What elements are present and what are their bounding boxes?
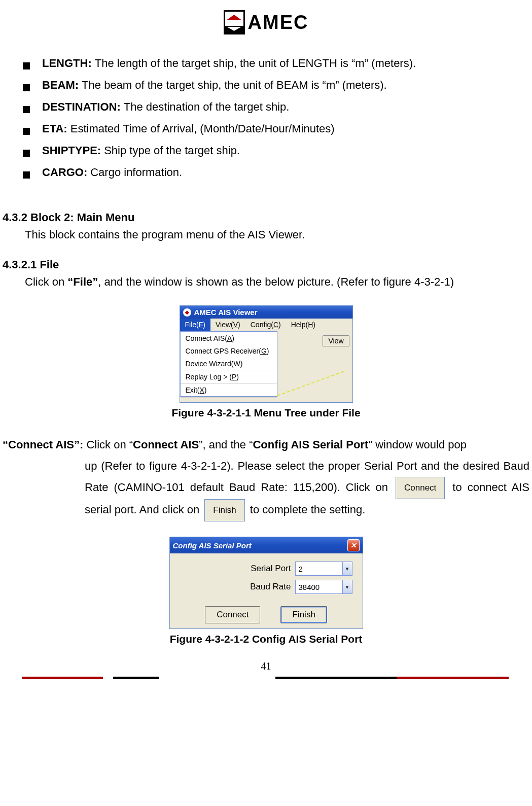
inline-finish-button[interactable]: Finish (204, 499, 244, 521)
menu-item-exit[interactable]: Exit(X) (181, 383, 277, 396)
bullet-label: ETA: (42, 122, 67, 135)
bullet-square-icon (23, 84, 30, 91)
bullet-item: ETA:Estimated Time of Arrival, (Month/Da… (23, 120, 529, 137)
text-fragment: Click on (25, 275, 67, 288)
heading-4-3-2: 4.3.2 Block 2: Main Menu (3, 211, 529, 224)
window-ais-viewer: ◆ AMEC AIS Viewer File(F) View(V) Config… (180, 305, 353, 403)
app-icon: ◆ (183, 308, 191, 317)
text-fragment: Click on “ (86, 438, 133, 451)
serial-port-row: Serial Port ▼ (170, 558, 363, 577)
titlebar: ◆ AMEC AIS Viewer (180, 306, 352, 319)
button-row: Connect Finish (170, 606, 363, 623)
bullet-square-icon (23, 150, 30, 157)
bullet-label: BEAM: (42, 79, 79, 91)
logo-header: AMEC (3, 10, 529, 34)
footer-bar-red (22, 677, 103, 679)
footer-decoration (3, 674, 529, 679)
bullet-square-icon (23, 171, 30, 179)
bullet-text: Estimated Time of Arrival, (Month/Date/H… (70, 122, 335, 135)
page: AMEC LENGTH:The length of the target shi… (0, 0, 532, 679)
window-content: View (277, 331, 352, 402)
titlebar-text: AMEC AIS Viewer (194, 308, 258, 317)
bullet-text: The length of the target ship, the unit … (95, 57, 416, 69)
bullet-text: Ship type of the target ship. (104, 144, 240, 157)
window-body: Connect AIS(A) Connect GPS Receiver(G) D… (180, 331, 352, 402)
bullet-item: CARGO:Cargo information. (23, 164, 529, 181)
chevron-down-icon[interactable]: ▼ (342, 580, 352, 593)
body-4-3-2: This block contains the program menu of … (25, 226, 529, 243)
page-number: 41 (3, 660, 529, 672)
menu-item-device-wizard[interactable]: Device Wizard(W) (181, 357, 277, 370)
menu-item-replay-log[interactable]: Replay Log > (P) (181, 370, 277, 383)
bullet-item: SHIPTYPE:Ship type of the target ship. (23, 142, 529, 159)
menu-file[interactable]: File(F) (180, 319, 210, 331)
logo-text: AMEC (248, 12, 309, 33)
bullet-text: The beam of the target ship, the unit of… (82, 79, 387, 91)
footer-bar-red (397, 677, 509, 679)
body-4-3-2-1: Click on “File”, and the window is shown… (25, 273, 529, 290)
inline-connect-button[interactable]: Connect (396, 477, 445, 499)
bullet-square-icon (23, 106, 30, 113)
bullet-square-icon (23, 128, 30, 135)
text-bold: Config AIS Serial Port (253, 438, 368, 451)
text-fragment: , and the window is shown as the below p… (98, 275, 454, 288)
menu-item-connect-gps[interactable]: Connect GPS Receiver(G) (181, 344, 277, 357)
view-button[interactable]: View (323, 335, 349, 346)
baud-rate-combobox[interactable]: ▼ (295, 580, 352, 594)
footer-bar-black (275, 677, 397, 679)
bullet-text: The destination of the target ship. (124, 100, 290, 113)
bullet-label: CARGO: (42, 166, 87, 179)
menu-view[interactable]: View(V) (210, 319, 245, 331)
figure-1-caption: Figure 4-3-2-1-1 Menu Tree under File (3, 407, 529, 419)
figure-1-wrap: ◆ AMEC AIS Viewer File(F) View(V) Config… (3, 305, 529, 403)
footer-bar-black (113, 677, 159, 679)
figure-2-wrap: Config AIS Serial Port ✕ Serial Port ▼ B… (3, 537, 529, 629)
serial-port-label: Serial Port (251, 564, 291, 574)
menu-help[interactable]: Help(H) (286, 319, 321, 331)
serial-port-input[interactable] (296, 565, 342, 573)
connect-ais-paragraph: “Connect AIS”: Click on “Connect AIS”, a… (3, 434, 529, 521)
titlebar-text: Config AIS Serial Port (173, 541, 252, 550)
bullet-list: LENGTH:The length of the target ship, th… (23, 55, 529, 181)
connect-button[interactable]: Connect (205, 606, 260, 623)
text-bold: “File” (67, 275, 98, 288)
logo: AMEC (224, 10, 309, 34)
finish-button[interactable]: Finish (280, 606, 327, 623)
heading-4-3-2-1: 4.3.2.1 File (3, 258, 529, 271)
menubar: File(F) View(V) Config(C) Help(H) (180, 319, 352, 331)
serial-port-combobox[interactable]: ▼ (295, 562, 352, 576)
text-bold: Connect AIS (133, 438, 199, 451)
baud-rate-input[interactable] (296, 583, 342, 591)
connect-lead: “Connect AIS”: (3, 438, 86, 451)
bullet-item: BEAM:The beam of the target ship, the un… (23, 77, 529, 93)
amec-logo-icon (224, 10, 245, 34)
bullet-square-icon (23, 62, 30, 69)
menu-config[interactable]: Config(C) (245, 319, 286, 331)
titlebar: Config AIS Serial Port ✕ (170, 537, 363, 553)
bullet-label: DESTINATION: (42, 100, 121, 113)
close-icon[interactable]: ✕ (347, 539, 360, 551)
bullet-item: LENGTH:The length of the target ship, th… (23, 55, 529, 72)
text-fragment: " window would pop (368, 438, 467, 451)
bullet-item: DESTINATION:The destination of the targe… (23, 98, 529, 115)
window-config-ais-serial-port: Config AIS Serial Port ✕ Serial Port ▼ B… (169, 537, 363, 629)
figure-2-caption: Figure 4-3-2-1-2 Config AIS Serial Port (3, 633, 529, 645)
bullet-label: SHIPTYPE: (42, 144, 101, 157)
baud-rate-label: Baud Rate (250, 582, 291, 592)
text-fragment: ”, and the “ (199, 438, 253, 451)
file-dropdown: Connect AIS(A) Connect GPS Receiver(G) D… (180, 331, 277, 397)
bullet-label: LENGTH: (42, 57, 92, 69)
text-fragment: to complete the setting. (250, 503, 365, 516)
menu-item-connect-ais[interactable]: Connect AIS(A) (181, 332, 277, 344)
baud-rate-row: Baud Rate ▼ (170, 577, 363, 595)
chevron-down-icon[interactable]: ▼ (342, 562, 352, 575)
dashed-line-decoration (277, 371, 344, 396)
bullet-text: Cargo information. (90, 166, 182, 179)
